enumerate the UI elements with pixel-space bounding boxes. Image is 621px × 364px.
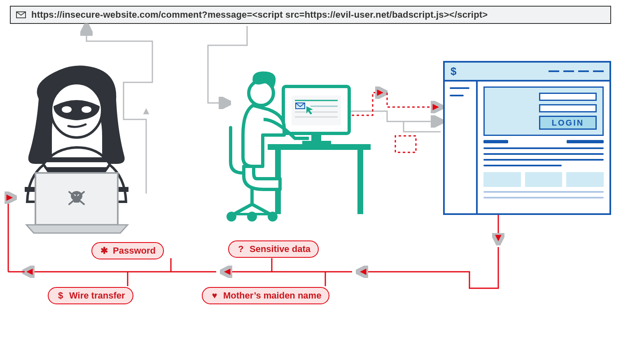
phishing-email-icon [292, 96, 341, 125]
svg-point-35 [228, 213, 235, 220]
bank-main-content: LOGIN [478, 82, 609, 213]
bank-website-window: $ LOGIN [443, 61, 611, 215]
xss-attack-diagram: https://insecure-website.com/comment?mes… [0, 0, 621, 364]
svg-rect-23 [302, 141, 331, 145]
question-icon: ? [236, 244, 245, 254]
pill-label: Mother’s maiden name [223, 290, 321, 301]
login-button: LOGIN [539, 116, 597, 130]
pill-label: Wire transfer [69, 290, 125, 301]
pill-password: ✱ Password [91, 242, 164, 259]
svg-point-37 [269, 213, 276, 220]
svg-rect-22 [311, 133, 321, 141]
heart-icon: ♥ [210, 290, 219, 301]
bank-window-titlebar: $ [445, 63, 609, 82]
pill-label: Sensitive data [250, 244, 310, 254]
dollar-icon: $ [56, 290, 65, 301]
pill-label: Password [113, 245, 156, 256]
pill-mothers-maiden-name: ♥ Mother’s maiden name [202, 287, 329, 304]
svg-rect-18 [268, 144, 371, 150]
attacker-figure [14, 62, 133, 235]
pill-sensitive-data: ? Sensitive data [228, 240, 319, 258]
asterisk-icon: ✱ [100, 245, 109, 256]
victim-figure [214, 66, 371, 222]
svg-rect-5 [45, 157, 108, 162]
pill-wire-transfer: $ Wire transfer [48, 287, 133, 304]
svg-rect-6 [43, 167, 112, 172]
svg-point-36 [249, 213, 255, 220]
svg-point-3 [62, 106, 72, 113]
bank-login-form: LOGIN [483, 86, 604, 136]
dollar-icon: $ [451, 65, 456, 78]
username-field [539, 93, 597, 101]
password-field [539, 104, 597, 112]
svg-rect-20 [357, 150, 363, 214]
window-title-dashes [549, 70, 604, 72]
svg-point-4 [82, 106, 91, 113]
svg-point-30 [249, 81, 273, 105]
bank-sidebar [445, 82, 478, 213]
